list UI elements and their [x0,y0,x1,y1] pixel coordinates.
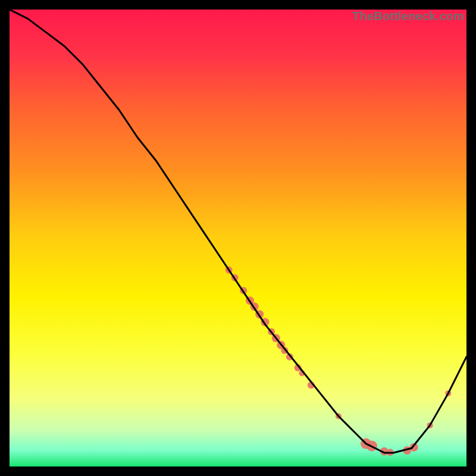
gradient-background [10,10,466,466]
chart-svg [10,10,466,466]
watermark-label: TheBottleneck.com [352,10,464,23]
plot-area: TheBottleneck.com [10,10,466,466]
chart-root: TheBottleneck.com [0,0,476,476]
